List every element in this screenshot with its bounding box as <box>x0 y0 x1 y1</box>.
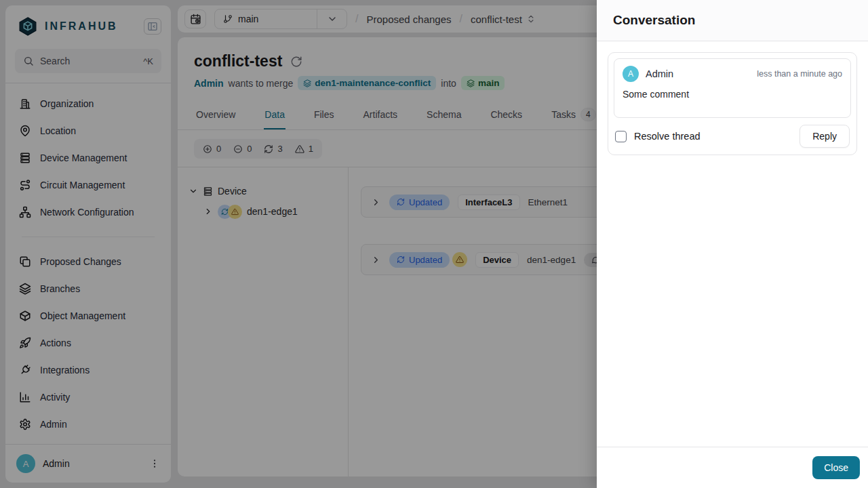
comment-author: Admin <box>646 68 673 79</box>
reply-button[interactable]: Reply <box>800 125 850 148</box>
drawer-footer: Close <box>597 447 868 488</box>
conversation-drawer: Conversation A Admin less than a minute … <box>597 0 868 488</box>
avatar: A <box>623 66 639 82</box>
resolve-thread-checkbox[interactable] <box>615 131 627 142</box>
drawer-header: Conversation <box>597 0 868 41</box>
comment-body: Some comment <box>623 89 842 100</box>
resolve-thread-label: Resolve thread <box>634 131 701 142</box>
comment-timestamp: less than a minute ago <box>757 69 842 79</box>
thread-card: A Admin less than a minute ago Some comm… <box>608 52 857 155</box>
drawer-body: A Admin less than a minute ago Some comm… <box>597 41 868 447</box>
comment-card: A Admin less than a minute ago Some comm… <box>614 58 851 118</box>
drawer-title: Conversation <box>613 13 852 28</box>
close-button[interactable]: Close <box>812 456 860 479</box>
